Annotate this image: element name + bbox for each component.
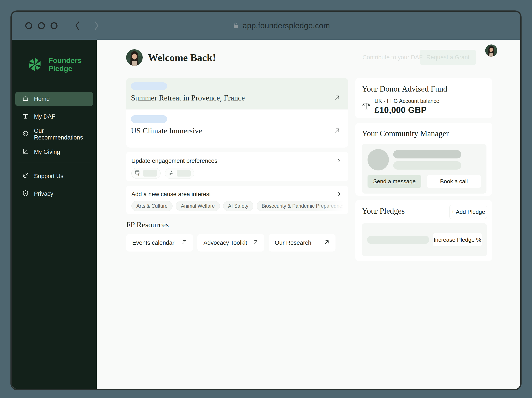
upcoming-events-card: Summer Retreat in Provence, France US Cl… [126, 78, 348, 148]
sidebar-item-label: Privacy [34, 191, 53, 197]
sidebar-item-label: Support Us [34, 173, 63, 180]
manager-avatar-placeholder [367, 149, 389, 170]
arrow-up-right-icon[interactable] [334, 94, 341, 102]
logo-wordmark: Founders Pledge [48, 57, 82, 73]
account-balance-label: UK - FFG Account balance [374, 98, 439, 104]
pledges-card: Your Pledges + Add Pledge Increase Pledg… [355, 200, 492, 261]
text-skeleton [177, 170, 191, 177]
scales-icon [362, 102, 371, 111]
community-manager-title: Your Community Manager [362, 129, 487, 138]
event-item-us-climate-immersive[interactable]: US Climate Immersive [126, 110, 348, 148]
arrow-up-right-icon[interactable] [334, 127, 341, 135]
event-item-summer-retreat[interactable]: Summer Retreat in Provence, France [126, 78, 348, 110]
advocacy-toolkit-link[interactable]: Advocacy Toolkit [197, 234, 264, 251]
chevron-right-icon[interactable] [336, 191, 342, 198]
event-date-skeleton [131, 82, 167, 90]
sidebar-item-label: Home [34, 96, 50, 103]
user-avatar [126, 49, 143, 66]
resource-label: Advocacy Toolkit [203, 239, 247, 246]
arrow-up-right-icon [324, 239, 330, 247]
add-cause-area-card[interactable]: Add a new cause area interest Arts & Cul… [126, 186, 348, 214]
cause-pill[interactable]: Biosecurity & Pandemic Preparedness [257, 201, 348, 211]
url-text: app.founderspledge.com [243, 21, 330, 30]
address-bar[interactable]: app.founderspledge.com [233, 21, 330, 30]
sidebar: Founders Pledge Home My DAF [12, 40, 97, 389]
cause-pill[interactable]: Animal Welfare [176, 201, 220, 211]
manager-name-skeleton [393, 150, 461, 159]
browser-window: app.founderspledge.com [10, 10, 522, 390]
request-grant-button[interactable]: Request a Grant [420, 50, 476, 65]
card-title: Update engagement preferences [131, 158, 217, 164]
minimize-window-button[interactable] [38, 22, 45, 29]
event-date-skeleton [131, 115, 167, 123]
sidebar-item-label: My Giving [34, 149, 60, 155]
profile-avatar[interactable] [485, 45, 497, 57]
founders-pledge-logo[interactable]: Founders Pledge [25, 54, 97, 75]
scales-icon [22, 113, 29, 121]
sidebar-nav: Home My DAF Our Recommendations [12, 92, 97, 205]
text-skeleton [143, 170, 157, 177]
community-manager-card: Your Community Manager Send a message [355, 123, 492, 196]
our-research-link[interactable]: Our Research [269, 234, 336, 251]
account-balance-value: £10,000 GBP [374, 105, 439, 115]
sidebar-item-privacy[interactable]: Privacy [15, 187, 93, 201]
founders-pledge-asterisk-icon [25, 54, 44, 75]
main-content: Welcome Back! Contribute to your DAF Req… [97, 40, 521, 389]
pledges-title: Your Pledges [362, 206, 405, 216]
sidebar-divider [17, 163, 91, 163]
donor-advised-fund-card: Your Donor Advised Fund UK - FFG Account… [355, 78, 492, 118]
sidebar-item-our-recommendations[interactable]: Our Recommendations [15, 127, 93, 141]
pledge-name-skeleton [367, 236, 429, 244]
chart-line-icon [22, 148, 29, 156]
daf-card-title: Your Donor Advised Fund [362, 84, 487, 94]
increase-pledge-button[interactable]: Increase Pledge % [433, 233, 482, 246]
back-icon[interactable] [73, 20, 82, 31]
community-manager-panel: Send a message Book a call [362, 144, 487, 193]
planet-rocket-icon [22, 172, 29, 180]
invoice-dollar-icon: $ [134, 170, 141, 177]
browser-chrome: app.founderspledge.com [12, 12, 520, 40]
badge-check-icon [22, 130, 29, 138]
home-icon [22, 95, 29, 103]
sidebar-item-support-us[interactable]: Support Us [15, 169, 93, 183]
sidebar-item-label: Our Recommendations [34, 128, 93, 141]
page-title: Welcome Back! [148, 52, 216, 64]
maximize-window-button[interactable] [51, 22, 57, 29]
send-message-button[interactable]: Send a message [367, 175, 421, 188]
shield-lock-icon [22, 190, 29, 198]
forward-icon[interactable] [91, 20, 101, 31]
sidebar-item-my-daf[interactable]: My DAF [15, 110, 93, 124]
cause-pill[interactable]: AI Safety [223, 201, 253, 211]
add-pledge-button[interactable]: + Add Pledge [450, 205, 487, 219]
arrow-up-right-icon [181, 239, 187, 247]
cause-pill[interactable]: Arts & Culture [131, 201, 172, 211]
update-engagement-preferences-card[interactable]: Update engagement preferences [126, 152, 348, 181]
page-header: Welcome Back! Contribute to your DAF Req… [126, 49, 492, 66]
engagement-pill-grants: $ [131, 168, 161, 179]
page-viewport: Founders Pledge Home My DAF [12, 40, 520, 389]
lock-icon [233, 22, 239, 30]
manager-role-skeleton [393, 161, 461, 170]
event-title: Summer Retreat in Provence, France [131, 94, 245, 103]
card-title: Add a new cause area interest [131, 191, 211, 198]
book-call-button[interactable]: Book a call [427, 175, 481, 188]
arrow-up-right-icon [253, 239, 259, 247]
contribute-to-daf-button[interactable]: Contribute to your DAF [362, 54, 423, 61]
fp-resources-heading: FP Resources [126, 220, 348, 229]
resource-label: Our Research [275, 239, 311, 246]
engagement-pill-giving [165, 168, 194, 179]
sidebar-item-label: My DAF [34, 113, 55, 120]
chevron-right-icon[interactable] [336, 158, 342, 164]
sidebar-item-home[interactable]: Home [15, 92, 93, 106]
event-title: US Climate Immersive [131, 127, 202, 135]
resource-label: Events calendar [132, 239, 175, 246]
pledge-item-panel: Increase Pledge % [362, 223, 487, 256]
hand-star-icon [168, 170, 175, 177]
sidebar-item-my-giving[interactable]: My Giving [15, 145, 93, 159]
events-calendar-link[interactable]: Events calendar [126, 234, 193, 251]
close-window-button[interactable] [25, 22, 32, 29]
traffic-lights [25, 22, 57, 29]
cause-area-pill-list: Arts & Culture Animal Welfare AI Safety … [131, 201, 348, 211]
svg-text:$: $ [138, 173, 139, 176]
